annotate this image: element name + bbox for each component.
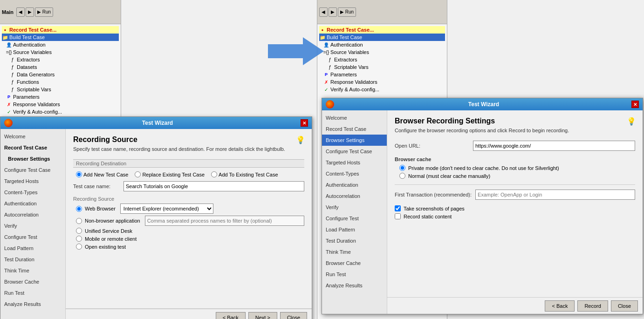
sidebar2-configure-test[interactable]: Configure Test Case bbox=[322, 146, 387, 157]
right-tree-auth[interactable]: 👤 Authentication bbox=[323, 41, 445, 48]
radio-normal-mode[interactable] bbox=[399, 173, 405, 179]
wizard1-next-btn[interactable]: Next > bbox=[248, 312, 277, 319]
sidebar2-autocorr[interactable]: Autocorrelation bbox=[322, 190, 387, 202]
right-tree-verify[interactable]: ✓ Verify & Auto-config... bbox=[323, 86, 445, 93]
radio-add-to[interactable]: Add To Existing Test Case bbox=[211, 171, 278, 177]
record-static-checkbox[interactable] bbox=[395, 213, 401, 219]
wizard2-close-x-btn[interactable]: ✕ bbox=[631, 101, 639, 108]
radio-open-existing[interactable] bbox=[76, 244, 82, 250]
sidebar2-run-test[interactable]: Run Test bbox=[322, 269, 387, 280]
sidebar1-config-test[interactable]: Configure Test bbox=[0, 231, 65, 243]
right-toolbar-run-btn[interactable]: ▶ Run bbox=[338, 7, 356, 17]
wizard2-record-btn[interactable]: Record bbox=[577, 300, 608, 312]
sidebar2-auth[interactable]: Authentication bbox=[322, 179, 387, 190]
wizard1-close-btn[interactable]: ✕ bbox=[301, 119, 308, 127]
tree-item-datasets[interactable]: ƒ Datasets bbox=[9, 63, 119, 71]
sidebar2-config-test[interactable]: Configure Test bbox=[322, 213, 387, 224]
wizard1-back-btn[interactable]: < Back bbox=[216, 312, 246, 319]
radio-add-new[interactable]: Add New Test Case bbox=[76, 171, 128, 177]
ide-toolbar: Main ◀ ▶ ▶ Run bbox=[0, 0, 121, 24]
right-tree-source-vars[interactable]: ={} Source Variables bbox=[323, 48, 445, 56]
wizard-dialog-1: Test Wizard ✕ Welcome Record Test Case B… bbox=[0, 116, 312, 319]
tree-item-scriptable[interactable]: ƒ Scriptable Vars bbox=[9, 86, 119, 93]
sidebar1-test-duration[interactable]: Test Duration bbox=[0, 254, 65, 265]
sidebar1-browser-settings[interactable]: Browser Settings bbox=[0, 153, 65, 164]
tree-item-verify[interactable]: ✓ Verify & Auto-config... bbox=[6, 108, 119, 115]
wizard1-close-btn[interactable]: Close bbox=[280, 312, 307, 319]
radio-add-to-input[interactable] bbox=[211, 171, 217, 177]
right-tree-scriptable[interactable]: ƒ Scriptable Vars bbox=[327, 63, 445, 71]
wizard2-title: Test Wizard bbox=[336, 101, 631, 108]
take-screenshots-checkbox[interactable] bbox=[395, 205, 401, 211]
radio-add-new-input[interactable] bbox=[76, 171, 82, 177]
tree-item-build-test-case[interactable]: 📁 Build Test Case bbox=[2, 34, 119, 41]
sidebar1-analyze[interactable]: Analyze Results bbox=[0, 299, 65, 310]
sidebar2-load-pattern[interactable]: Load Pattern bbox=[322, 224, 387, 235]
tree-item-label: Data Generators bbox=[17, 72, 55, 77]
sidebar1-think-time[interactable]: Think Time bbox=[0, 265, 65, 276]
tree-item-extractors[interactable]: ƒ Extractors bbox=[9, 56, 119, 63]
wizard2-back-btn[interactable]: < Back bbox=[545, 300, 575, 312]
check-icon: ✓ bbox=[6, 109, 12, 115]
sidebar1-run-test[interactable]: Run Test bbox=[0, 287, 65, 299]
sidebar1-record-test-case[interactable]: Record Test Case bbox=[0, 142, 65, 153]
radio-unified[interactable] bbox=[76, 228, 82, 234]
recording-dest-label: Recording Destination bbox=[73, 159, 304, 168]
radio-mobile[interactable] bbox=[76, 236, 82, 242]
sidebar1-autocorr[interactable]: Autocorrelation bbox=[0, 209, 65, 220]
browser-select[interactable]: Internet Explorer (recommended) Firefox … bbox=[120, 204, 213, 214]
right-tree-extractors[interactable]: ƒ Extractors bbox=[327, 56, 445, 63]
sidebar1-welcome[interactable]: Welcome bbox=[0, 131, 65, 142]
test-case-name-input[interactable] bbox=[123, 181, 304, 191]
toolbar-back-btn[interactable]: ◀ bbox=[16, 7, 25, 17]
record-static-row: Record static content bbox=[395, 213, 635, 219]
sidebar1-load-pattern[interactable]: Load Pattern bbox=[0, 243, 65, 254]
right-tree-build[interactable]: 📁 Build Test Case bbox=[319, 34, 445, 41]
tree-item-authentication[interactable]: 👤 Authentication bbox=[6, 41, 119, 48]
sidebar1-verify[interactable]: Verify bbox=[0, 220, 65, 231]
sidebar2-test-duration[interactable]: Test Duration bbox=[322, 235, 387, 246]
right-toolbar-back-btn[interactable]: ◀ bbox=[319, 7, 328, 17]
tree-item-label: Scriptable Vars bbox=[334, 64, 369, 70]
tree-item-data-gen[interactable]: ƒ Data Generators bbox=[9, 71, 119, 78]
right-toolbar-forward-btn[interactable]: ▶ bbox=[329, 7, 337, 17]
app-title: Main bbox=[2, 9, 14, 15]
right-tree-record-test[interactable]: ● Record Test Case... bbox=[319, 26, 445, 34]
toolbar-run-btn[interactable]: ▶ Run bbox=[35, 7, 53, 17]
right-check-icon: ✓ bbox=[323, 86, 329, 93]
right-tree-params[interactable]: P Parameters bbox=[323, 71, 445, 78]
radio-private-mode[interactable] bbox=[399, 165, 405, 171]
right-tree-validators[interactable]: ✗ Response Validators bbox=[323, 78, 445, 86]
sidebar2-verify[interactable]: Verify bbox=[322, 202, 387, 213]
sidebar1-browser-cache[interactable]: Browser Cache bbox=[0, 276, 65, 287]
sidebar2-welcome[interactable]: Welcome bbox=[322, 112, 387, 123]
toolbar-forward-btn[interactable]: ▶ bbox=[26, 7, 34, 17]
sidebar2-analyze[interactable]: Analyze Results bbox=[322, 280, 387, 291]
sidebar2-think-time[interactable]: Think Time bbox=[322, 246, 387, 258]
tree-item-record-test-case[interactable]: ● Record Test Case... bbox=[2, 26, 119, 34]
tree-item-validators[interactable]: ✗ Response Validators bbox=[6, 101, 119, 108]
sidebar1-auth[interactable]: Authentication bbox=[0, 198, 65, 209]
tree-item-parameters[interactable]: P Parameters bbox=[6, 93, 119, 101]
sidebar2-browser-cache[interactable]: Browser Cache bbox=[322, 258, 387, 269]
sidebar2-content-types[interactable]: Content-Types bbox=[322, 168, 387, 179]
non-browser-input[interactable] bbox=[145, 216, 304, 226]
sidebar2-record-test[interactable]: Record Test Case bbox=[322, 123, 387, 135]
open-url-input[interactable] bbox=[473, 141, 635, 151]
radio-replace[interactable]: Replace Existing Test Case bbox=[135, 171, 205, 177]
sidebar2-browser-settings[interactable]: Browser Settings bbox=[322, 135, 387, 146]
private-mode-label: Private mode (don't need to clear cache.… bbox=[408, 165, 559, 171]
first-transaction-input[interactable] bbox=[475, 190, 635, 200]
sidebar1-content-types[interactable]: Content-Types bbox=[0, 187, 65, 198]
radio-non-browser[interactable] bbox=[76, 218, 82, 224]
wizard2-close-btn[interactable]: Close bbox=[611, 300, 638, 312]
radio-web-browser[interactable] bbox=[76, 206, 82, 212]
tree-item-functions[interactable]: ƒ Functions bbox=[9, 78, 119, 86]
cache-normal-mode: Normal (must clear cache manually) bbox=[399, 173, 635, 179]
radio-replace-input[interactable] bbox=[135, 171, 141, 177]
tree-item-label: Extractors bbox=[334, 57, 357, 62]
sidebar1-configure-test[interactable]: Configure Test Case bbox=[0, 164, 65, 176]
tree-item-source-vars[interactable]: ={} Source Variables bbox=[6, 48, 119, 56]
sidebar1-targeted-hosts[interactable]: Targeted Hosts bbox=[0, 176, 65, 187]
sidebar2-targeted-hosts[interactable]: Targeted Hosts bbox=[322, 157, 387, 168]
